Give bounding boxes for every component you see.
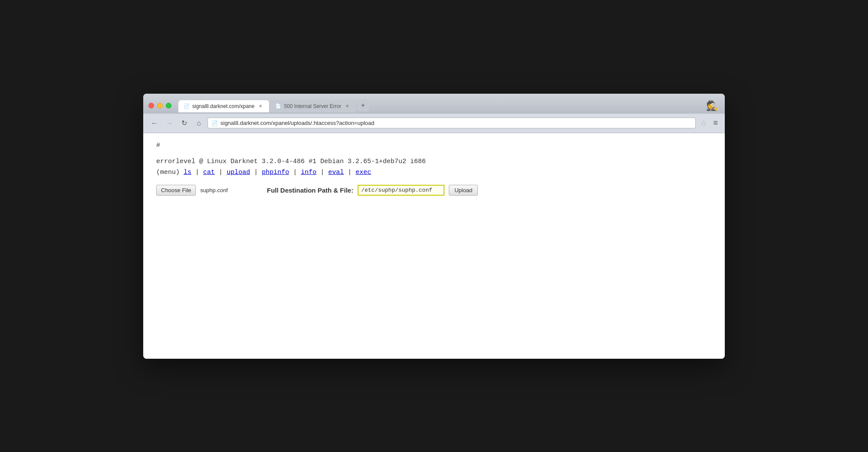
upload-button[interactable]: Upload xyxy=(449,185,478,196)
browser-menu-button[interactable]: ≡ xyxy=(711,118,720,128)
menu-line: (menu) ls | cat | upload | phpinfo | inf… xyxy=(156,169,712,176)
tab-page-icon: 📄 xyxy=(184,103,190,109)
hash-line: # xyxy=(156,142,712,149)
maximize-button[interactable] xyxy=(166,103,171,108)
browser-window: 📄 signal8.darknet.com/xpane ✕ 📄 500 Inte… xyxy=(143,94,725,359)
bookmark-button[interactable]: ☆ xyxy=(698,118,709,128)
forward-button[interactable]: → xyxy=(163,117,175,129)
address-input[interactable] xyxy=(220,120,692,126)
tab-inactive-title: 500 Internal Server Error xyxy=(284,103,341,109)
choose-file-button[interactable]: Choose File xyxy=(156,185,196,196)
sep2: | xyxy=(219,169,227,176)
toolbar: ← → ↻ ⌂ 📄 ☆ ≡ xyxy=(143,114,725,133)
menu-phpinfo-link[interactable]: phpinfo xyxy=(262,169,289,176)
sep5: | xyxy=(320,169,328,176)
page-content: # errorlevel @ Linux Darknet 3.2.0-4-486… xyxy=(143,133,725,359)
sep6: | xyxy=(348,169,355,176)
sep3: | xyxy=(254,169,262,176)
tab-active-title: signal8.darknet.com/xpane xyxy=(192,103,254,109)
tabs-area: 📄 signal8.darknet.com/xpane ✕ 📄 500 Inte… xyxy=(178,99,700,112)
title-bar: 📄 signal8.darknet.com/xpane ✕ 📄 500 Inte… xyxy=(143,94,725,114)
reload-button[interactable]: ↻ xyxy=(178,117,190,129)
close-button[interactable] xyxy=(148,103,154,108)
menu-info-link[interactable]: info xyxy=(301,169,316,176)
menu-ls-link[interactable]: ls xyxy=(184,169,191,176)
minimize-button[interactable] xyxy=(157,103,163,108)
upload-form: Choose File suphp.conf Full Destination … xyxy=(156,185,712,196)
menu-cat-link[interactable]: cat xyxy=(203,169,215,176)
new-tab-button[interactable]: + xyxy=(357,99,369,111)
browser-agent-icon: 🕵️ xyxy=(704,98,720,114)
destination-input[interactable] xyxy=(358,185,444,196)
menu-prefix: (menu) xyxy=(156,169,180,176)
traffic-lights xyxy=(148,103,171,108)
address-bar[interactable]: 📄 xyxy=(207,118,696,128)
home-button[interactable]: ⌂ xyxy=(193,117,205,129)
tab-page-icon-2: 📄 xyxy=(275,103,281,109)
sep1: | xyxy=(195,169,203,176)
file-name-label: suphp.conf xyxy=(200,187,228,193)
address-bar-icon: 📄 xyxy=(211,120,218,126)
tab-active[interactable]: 📄 signal8.darknet.com/xpane ✕ xyxy=(178,100,269,112)
tab-inactive[interactable]: 📄 500 Internal Server Error ✕ xyxy=(270,100,356,112)
back-button[interactable]: ← xyxy=(148,117,161,129)
tab-close-button-2[interactable]: ✕ xyxy=(344,103,351,110)
tab-close-button[interactable]: ✕ xyxy=(257,103,264,110)
error-line: errorlevel @ Linux Darknet 3.2.0-4-486 #… xyxy=(156,158,712,165)
destination-label: Full Destination Path & File: xyxy=(267,187,353,194)
menu-upload-link[interactable]: upload xyxy=(227,169,250,176)
menu-eval-link[interactable]: eval xyxy=(328,169,344,176)
menu-exec-link[interactable]: exec xyxy=(355,169,371,176)
sep4: | xyxy=(293,169,301,176)
